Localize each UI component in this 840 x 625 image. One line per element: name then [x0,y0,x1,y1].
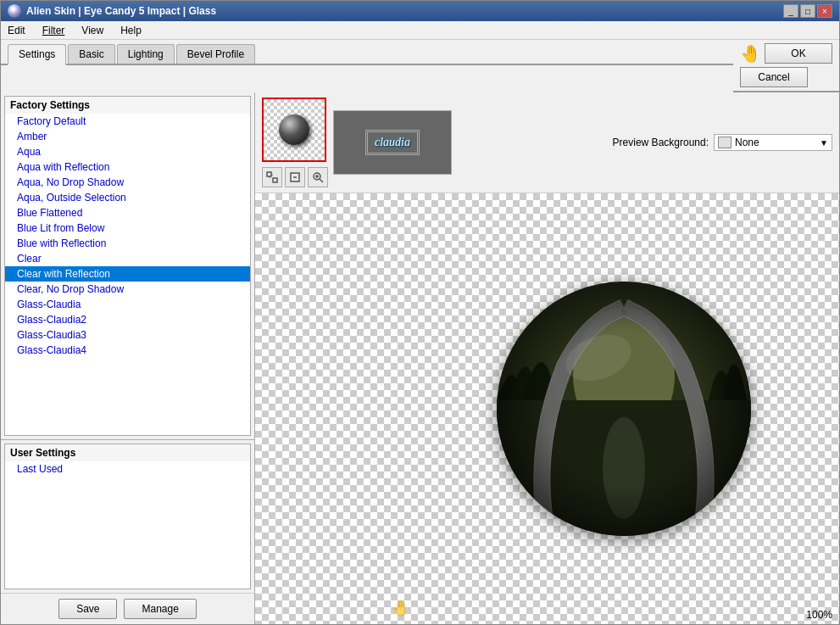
right-panel: claudia Preview Background: None ▼ [255,92,839,624]
thumbnail-strip: claudia [333,110,452,175]
svg-line-7 [320,179,323,182]
tab-bevel-profile[interactable]: Bevel Profile [176,44,255,64]
main-window: Alien Skin | Eye Candy 5 Impact | Glass … [0,0,840,625]
user-settings-section: User Settings Last Used [1,440,254,593]
list-item-glass-claudia[interactable]: Glass-Claudia [5,297,250,312]
preview-bg-label: Preview Background: [613,137,709,148]
svg-rect-1 [273,178,277,182]
left-panel: Factory Settings Factory Default Amber A… [1,92,255,624]
tab-basic[interactable]: Basic [68,44,114,64]
list-item-aqua-no-drop[interactable]: Aqua, No Drop Shadow [5,175,250,190]
zoom-fit-button[interactable] [262,167,282,187]
preview-bg-select[interactable]: None ▼ [714,134,832,151]
restore-button[interactable]: □ [800,4,815,18]
zoom-in-button[interactable] [308,167,328,187]
menu-help[interactable]: Help [117,24,145,37]
dropdown-arrow-icon: ▼ [820,138,828,148]
window-title: Alien Skin | Eye Candy 5 Impact | Glass [26,5,216,17]
factory-settings-header: Factory Settings [5,97,250,114]
titlebar: Alien Skin | Eye Candy 5 Impact | Glass … [1,1,839,21]
thumbnail-text: claudia [375,136,410,148]
list-item-last-used[interactable]: Last Used [5,461,250,477]
ok-hand-cursor-icon: 🤚 [740,43,761,64]
tab-lighting[interactable]: Lighting [117,44,175,64]
zoom-actual-button[interactable] [285,167,305,187]
user-settings-header: User Settings [5,444,250,461]
thumbnail-ball [279,114,309,145]
factory-settings-list[interactable]: Factory Settings Factory Default Amber A… [4,96,251,436]
menubar: Edit Filter View Help [1,21,839,40]
list-item-aqua[interactable]: Aqua [5,144,250,159]
list-item-clear[interactable]: Clear [5,251,250,266]
zoom-level: 100% [806,609,832,621]
manage-button[interactable]: Manage [124,599,196,619]
app-icon [8,4,21,18]
list-item-clear-no-drop[interactable]: Clear, No Drop Shadow [5,282,250,297]
list-item-blue-reflection[interactable]: Blue with Reflection [5,236,250,251]
list-item-clear-reflection[interactable]: Clear with Reflection [5,266,250,282]
tabs-bar: Settings Basic Lighting Bevel Profile [1,40,733,65]
list-item-aqua-outside[interactable]: Aqua, Outside Selection [5,190,250,205]
preview-bg-color-swatch [718,137,732,148]
bottom-buttons: Save Manage [1,593,254,624]
list-item-blue-lit-below[interactable]: Blue Lit from Below [5,220,250,236]
menu-edit[interactable]: Edit [4,24,29,37]
list-item-glass-claudia4[interactable]: Glass-Claudia4 [5,343,250,358]
globe-preview [497,282,751,536]
list-item-blue-flattened[interactable]: Blue Flattened [5,205,250,220]
user-settings-list[interactable]: User Settings Last Used [4,444,251,589]
titlebar-controls[interactable]: _ □ × [783,4,832,18]
thumbnail-preview [262,98,326,162]
preview-bg-value: None [735,137,759,148]
minimize-button[interactable]: _ [783,4,798,18]
list-item-factory-default[interactable]: Factory Default [5,114,250,129]
menu-view[interactable]: View [78,24,107,37]
factory-settings-section: Factory Settings Factory Default Amber A… [1,92,254,440]
list-item-glass-claudia3[interactable]: Glass-Claudia3 [5,327,250,343]
list-item-amber[interactable]: Amber [5,129,250,144]
preview-canvas[interactable]: 100% 🤚 [255,193,839,624]
cancel-button[interactable]: Cancel [740,67,808,87]
titlebar-left: Alien Skin | Eye Candy 5 Impact | Glass [8,4,216,18]
save-button[interactable]: Save [58,599,117,619]
menu-filter[interactable]: Filter [39,24,69,37]
svg-rect-0 [267,172,271,176]
ok-button[interactable]: OK [765,43,832,64]
svg-point-14 [497,282,751,536]
close-button[interactable]: × [817,4,832,18]
main-content: Factory Settings Factory Default Amber A… [1,92,839,624]
list-item-glass-claudia2[interactable]: Glass-Claudia2 [5,312,250,327]
preview-bg-row: Preview Background: None ▼ [613,134,832,151]
tab-settings[interactable]: Settings [8,44,66,65]
hand-indicator-icon: 🤚 [391,599,409,617]
list-item-aqua-reflection[interactable]: Aqua with Reflection [5,159,250,175]
